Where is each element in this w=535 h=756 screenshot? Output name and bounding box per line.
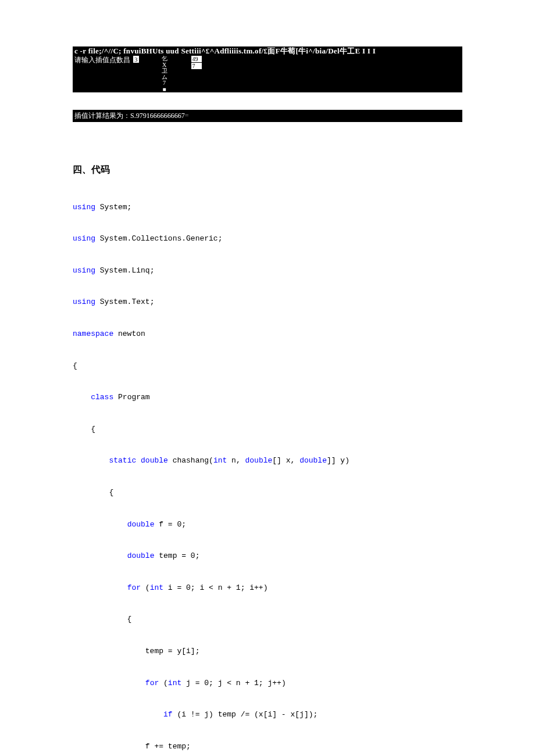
code-line: static double chashang(int n, double[] x…: [73, 453, 462, 468]
console-number-box: 49: [191, 56, 202, 62]
code-line: namespace newton: [73, 326, 462, 342]
console-title: c -r file;/^//C; fnvuiBHUts uud Settiii^…: [73, 46, 462, 56]
code-line: for (int i = 0; i < n + 1; i++): [73, 580, 462, 596]
code-line: temp = y[i];: [73, 643, 462, 659]
code-line: using System.Text;: [73, 294, 462, 310]
console-result-label: 插值计算结果为：: [74, 112, 130, 120]
console-row: 请输入插值点数昌 3 乞 X 卫 ム 7 ■ 49 7: [73, 56, 462, 92]
code-line: using System;: [73, 199, 462, 215]
console-prompt: 请输入插值点数昌: [73, 56, 132, 65]
console-number-box: 7: [191, 63, 202, 69]
console-result: 插值计算结果为：S.97916666666667=: [73, 110, 462, 122]
console-input-value: 3: [133, 56, 139, 63]
code-line: using System.Linq;: [73, 263, 462, 278]
code-line: double temp = 0;: [73, 548, 462, 564]
code-line: {: [73, 421, 462, 437]
console-result-suffix: =: [185, 112, 189, 120]
code-line: using System.Collections.Generic;: [73, 231, 462, 246]
console-vertical-text: 乞 X 卫 ム 7 ■: [161, 56, 168, 92]
code-line: class Program: [73, 389, 462, 405]
code-line: {: [73, 611, 462, 627]
code-line: if (i != j) temp /= (x[i] - x[j]);: [73, 707, 462, 722]
code-line: for (int j = 0; j < n + 1; j++): [73, 675, 462, 691]
code-line: {: [73, 485, 462, 500]
code-line: f += temp;: [73, 739, 462, 754]
console-number-boxes: 49 7: [191, 56, 202, 70]
code-line: {: [73, 358, 462, 374]
console-output: c -r file;/^//C; fnvuiBHUts uud Settiii^…: [73, 46, 462, 92]
code-line: double f = 0;: [73, 517, 462, 532]
section-heading: 四、代码: [73, 164, 462, 176]
console-result-value: S.97916666666667: [130, 112, 185, 120]
code-block: using System; using System.Collections.G…: [73, 183, 462, 756]
